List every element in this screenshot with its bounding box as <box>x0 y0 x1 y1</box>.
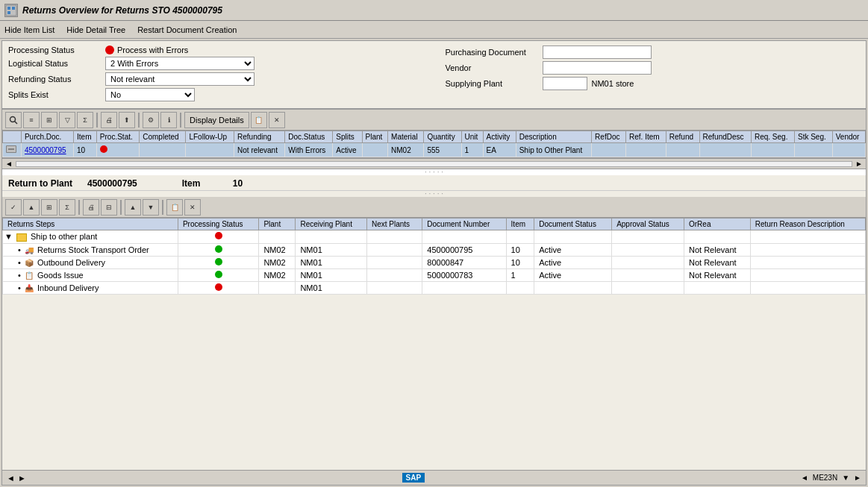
toolbar-find-btn[interactable] <box>5 112 22 128</box>
cell-receiving-plant <box>296 230 367 244</box>
folder-icon <box>16 233 27 242</box>
returns-tree-row[interactable]: ▼ Ship to other plant <box>3 230 866 244</box>
toolbar-list-btn[interactable]: ≡ <box>23 112 40 128</box>
col-header-material[interactable]: Material <box>388 131 424 143</box>
col-header-req-seg[interactable]: Req. Seg. <box>751 131 794 143</box>
col-header-lfollow-up[interactable]: LFollow-Up <box>186 131 234 143</box>
refunding-status-select[interactable]: Not relevant <box>105 72 255 86</box>
scroll-left-btn[interactable]: ◄ <box>7 474 15 483</box>
col-header-doc-status[interactable]: Doc.Status <box>285 131 333 143</box>
table-row[interactable]: 4500000795 10 Not relevant With Errors A… <box>3 143 866 157</box>
rth-processing-status[interactable]: Processing Status <box>178 219 258 230</box>
rth-item[interactable]: Item <box>506 219 534 230</box>
tree-expand-icon[interactable]: ▼ <box>4 232 13 241</box>
scroll-right-arrow[interactable]: ► <box>852 160 866 168</box>
col-header-splits[interactable]: Splits <box>333 131 362 143</box>
menu-item-hide-item-list[interactable]: Hide Item List <box>4 25 54 34</box>
col-header-item[interactable]: Item <box>74 131 97 143</box>
toolbar-filter-btn[interactable]: ▽ <box>59 112 75 128</box>
toolbar-grid-btn[interactable]: ⊞ <box>41 112 57 128</box>
toolbar-export-btn[interactable]: ⬆ <box>119 112 135 128</box>
cell-doc-status: Active <box>534 243 612 256</box>
cell-approval-status <box>612 281 684 294</box>
rth-returns-steps[interactable]: Returns Steps <box>3 219 178 230</box>
col-header-unit[interactable]: Unit <box>461 131 483 143</box>
col-header-refunding[interactable]: Refunding <box>234 131 285 143</box>
toolbar-info-btn[interactable]: ℹ <box>160 112 177 128</box>
cell-doc-number: 80000847 <box>422 256 506 268</box>
status-bar: ◄ ► SAP ◄ ME23N ▼ ► <box>2 470 866 485</box>
rth-next-plants[interactable]: Next Plants <box>366 219 422 230</box>
step-label: Outbound Delivery <box>37 258 105 267</box>
col-header-description[interactable]: Description <box>516 131 591 143</box>
toolbar-print-btn[interactable]: 🖨 <box>101 112 117 128</box>
rth-orrea[interactable]: OrRea <box>684 219 751 230</box>
purchasing-doc-input[interactable]: 4500000795 <box>543 45 652 59</box>
nav-arrow-next[interactable]: ► <box>854 474 861 482</box>
cell-returns-step: • 🚚 Returns Stock Transport Order <box>3 243 178 256</box>
step-label: Returns Stock Transport Order <box>37 245 149 254</box>
title-bar: Returns Overview for Returns STO 4500000… <box>0 0 868 21</box>
scroll-track[interactable] <box>16 161 852 167</box>
rth-receiving-plant[interactable]: Receiving Plant <box>296 219 367 230</box>
sap-logo: SAP <box>402 473 425 483</box>
goods-icon: 📋 <box>25 271 34 280</box>
menu-item-hide-detail-tree[interactable]: Hide Detail Tree <box>66 25 125 34</box>
rt-btn-print[interactable]: 🖨 <box>83 199 99 216</box>
toolbar-extra-btn2[interactable]: ✕ <box>269 112 285 128</box>
rt-btn-down-arrow[interactable]: ▼ <box>143 199 159 216</box>
cell-proc-status <box>178 230 258 244</box>
rt-sep-3 <box>162 200 163 215</box>
scroll-left-arrow[interactable]: ◄ <box>2 160 16 168</box>
dropdown-arrow[interactable]: ▼ <box>842 474 849 482</box>
returns-tree-row[interactable]: • 📋 Goods Issue NM02 NM01 5000000783 1 A… <box>3 268 866 281</box>
rt-btn-extra2[interactable]: ✕ <box>184 199 201 216</box>
rth-return-reason-desc[interactable]: Return Reason Description <box>750 219 865 230</box>
form-section: Processing Status Process with Errors Lo… <box>2 41 866 110</box>
col-header-ref-item[interactable]: Ref. Item <box>626 131 666 143</box>
display-details-button[interactable]: Display Details <box>184 112 249 128</box>
rt-btn-up-arrow[interactable]: ▲ <box>125 199 141 216</box>
rth-approval-status[interactable]: Approval Status <box>612 219 684 230</box>
rth-plant[interactable]: Plant <box>259 219 296 230</box>
col-header-plant[interactable]: Plant <box>362 131 387 143</box>
rth-document-status[interactable]: Document Status <box>534 219 612 230</box>
col-header-refdoc[interactable]: RefDoc <box>592 131 626 143</box>
main-table-area: Purch.Doc. Item Proc.Stat. Completed LFo… <box>2 131 866 159</box>
col-header-stk-seg[interactable]: Stk Seg. <box>794 131 832 143</box>
toolbar-sum-btn[interactable]: Σ <box>77 112 93 128</box>
cell-item <box>506 230 534 244</box>
col-header-proc-stat[interactable]: Proc.Stat. <box>96 131 139 143</box>
col-header-quantity[interactable]: Quantity <box>424 131 461 143</box>
nav-arrow-prev[interactable]: ◄ <box>801 474 808 482</box>
cell-receiving-plant: NM01 <box>296 281 367 294</box>
supplying-plant-input[interactable]: NM01 <box>543 77 587 90</box>
cell-plant <box>259 230 296 244</box>
returns-tree-row[interactable]: • 📥 Inbound Delivery NM01 <box>3 281 866 294</box>
rth-document-number[interactable]: Document Number <box>422 219 506 230</box>
rt-btn-filter[interactable]: ⊞ <box>41 199 57 216</box>
rt-btn-check[interactable]: ✓ <box>5 199 22 216</box>
rt-btn-extra1[interactable]: 📋 <box>166 199 183 216</box>
col-header-activity[interactable]: Activity <box>483 131 516 143</box>
rt-btn-layout[interactable]: ⊟ <box>101 199 117 216</box>
returns-tree-row[interactable]: • 📦 Outbound Delivery NM02 NM01 80000847… <box>3 256 866 268</box>
return-title-text: Return to Plant <box>8 178 72 189</box>
col-header-refund[interactable]: Refund <box>666 131 699 143</box>
toolbar-config-btn[interactable]: ⚙ <box>143 112 159 128</box>
col-header-purch-doc[interactable]: Purch.Doc. <box>21 131 73 143</box>
cell-plant: NM02 <box>259 243 296 256</box>
refunding-status-row: Refunding Status Not relevant <box>8 72 423 86</box>
splits-exist-select[interactable]: No <box>105 88 195 101</box>
rt-btn-up[interactable]: ▲ <box>23 199 40 216</box>
returns-tree-row[interactable]: • 🚚 Returns Stock Transport Order NM02 N… <box>3 243 866 256</box>
col-header-vendor[interactable]: Vendor <box>832 131 865 143</box>
col-header-completed[interactable]: Completed <box>140 131 186 143</box>
logistical-status-select[interactable]: 2 With Errors <box>105 57 255 70</box>
menu-item-restart-document[interactable]: Restart Document Creation <box>137 25 237 34</box>
col-header-refunddesc[interactable]: RefundDesc <box>699 131 751 143</box>
scroll-right-btn[interactable]: ► <box>18 474 26 483</box>
toolbar-extra-btn1[interactable]: 📋 <box>251 112 267 128</box>
vendor-input[interactable] <box>543 61 652 75</box>
rt-btn-sum[interactable]: Σ <box>59 199 75 216</box>
